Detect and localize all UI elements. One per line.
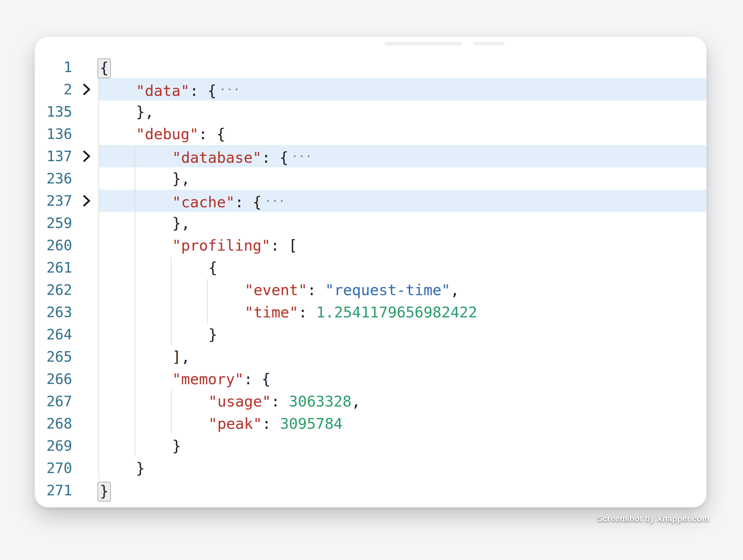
code-text: { <box>98 256 706 279</box>
code-content: "time": 1.2541179656982422 <box>98 301 706 323</box>
code-content: } <box>98 457 706 479</box>
token-pun: }, <box>136 103 154 120</box>
code-line-264: 264} <box>35 323 706 345</box>
line-number: 271 <box>35 479 72 502</box>
line-number: 263 <box>35 301 72 323</box>
token-key: "usage" <box>208 392 271 410</box>
code-line-237: 237"cache": {··· <box>35 190 706 212</box>
token-pun: : <box>271 392 289 410</box>
fold-chevron-icon[interactable] <box>82 82 91 97</box>
gutter: 136 <box>35 123 98 145</box>
code-content: ], <box>98 345 706 368</box>
token-pun: , <box>450 281 460 298</box>
fold-ellipsis-widget[interactable]: ··· <box>219 83 240 96</box>
code-line-267: 267"usage": 3063328, <box>35 390 706 412</box>
code-text: }, <box>98 212 706 234</box>
code-text: "usage": 3063328, <box>98 390 706 412</box>
code-line-236: 236}, <box>35 168 706 190</box>
token-key: "cache" <box>172 193 235 211</box>
code-line-269: 269} <box>35 435 706 457</box>
gutter: 269 <box>35 435 98 457</box>
gutter: 261 <box>35 256 98 279</box>
token-pun: } <box>172 437 181 455</box>
code-line-137: 137"database": {··· <box>35 145 706 168</box>
code-line-259: 259}, <box>35 212 706 234</box>
code-content: } <box>98 435 706 457</box>
gutter: 262 <box>35 279 98 301</box>
token-key: "event" <box>245 281 307 298</box>
ghost-toolbar-remnant-1 <box>385 42 462 46</box>
gutter: 268 <box>35 412 98 435</box>
gutter: 135 <box>35 101 98 123</box>
fold-chevron-icon[interactable] <box>82 194 91 208</box>
token-pun: : <box>298 304 316 321</box>
gutter: 263 <box>35 301 98 323</box>
line-number: 270 <box>35 457 72 479</box>
code-line-135: 135}, <box>35 101 706 123</box>
line-number: 266 <box>35 368 72 390</box>
code-content: }, <box>98 101 706 123</box>
code-content: { <box>98 256 706 279</box>
json-viewer-card: 1{2"data": {···135},136"debug": {137"dat… <box>35 37 706 507</box>
code-line-265: 265], <box>35 345 706 368</box>
token-key: "time" <box>245 304 298 321</box>
gutter: 267 <box>35 390 98 412</box>
code-content: }, <box>98 212 706 234</box>
token-pun: { <box>208 259 217 276</box>
fold-chevron-icon[interactable] <box>82 149 91 164</box>
gutter: 266 <box>35 368 98 390</box>
code-content: "usage": 3063328, <box>98 390 706 412</box>
screenshot-background: 1{2"data": {···135},136"debug": {137"dat… <box>0 0 743 560</box>
line-number: 260 <box>35 234 72 256</box>
line-number: 1 <box>35 56 72 78</box>
code-line-270: 270} <box>35 457 706 479</box>
gutter: 137 <box>35 145 98 168</box>
code-line-260: 260"profiling": [ <box>35 234 706 256</box>
code-line-268: 268"peak": 3095784 <box>35 412 706 435</box>
token-num: 1.2541179656982422 <box>316 304 477 321</box>
code-line-271: 271} <box>35 479 706 502</box>
token-num: 3095784 <box>280 415 342 432</box>
fold-ellipsis-widget[interactable]: ··· <box>265 195 286 207</box>
token-key: "database" <box>172 149 262 166</box>
code-line-263: 263"time": 1.2541179656982422 <box>35 301 706 323</box>
line-number: 269 <box>35 435 72 457</box>
code-line-136: 136"debug": { <box>35 123 706 145</box>
code-text: "database": {··· <box>98 145 706 169</box>
gutter: 260 <box>35 234 98 256</box>
code-content: "memory": { <box>98 368 706 390</box>
code-text: } <box>98 457 706 479</box>
code-text: "profiling": [ <box>98 234 706 256</box>
token-pun: : <box>262 415 280 432</box>
code-text: } <box>98 435 706 457</box>
line-number: 237 <box>35 190 72 212</box>
gutter: 264 <box>35 323 98 345</box>
code-line-266: 266"memory": { <box>35 368 706 390</box>
ghost-toolbar-remnant-2 <box>473 42 505 46</box>
code-text: } <box>98 479 706 502</box>
token-key: "memory" <box>172 370 244 388</box>
line-number: 137 <box>35 145 72 168</box>
gutter: 2 <box>35 78 98 101</box>
token-key: "profiling" <box>172 237 271 254</box>
line-number: 264 <box>35 323 72 345</box>
token-pun: , <box>351 392 360 410</box>
token-pun: : <box>307 281 325 298</box>
code-content: "event": "request-time", <box>98 279 706 301</box>
token-pun: ], <box>172 348 190 365</box>
gutter: 237 <box>35 190 98 212</box>
code-content: { <box>98 56 706 78</box>
line-number: 261 <box>35 256 72 279</box>
fold-ellipsis-widget[interactable]: ··· <box>292 150 312 162</box>
gutter: 270 <box>35 457 98 479</box>
line-number: 265 <box>35 345 72 368</box>
token-pun: }, <box>172 170 190 187</box>
line-number: 135 <box>35 101 72 123</box>
code-text: "cache": {··· <box>98 190 706 213</box>
code-text: "event": "request-time", <box>98 279 706 301</box>
code-line-261: 261{ <box>35 256 706 279</box>
json-code-editor: 1{2"data": {···135},136"debug": {137"dat… <box>35 56 706 502</box>
token-pun: : { <box>262 149 289 166</box>
gutter: 236 <box>35 168 98 190</box>
collapsed-region-highlight: "cache": {··· <box>98 190 706 212</box>
